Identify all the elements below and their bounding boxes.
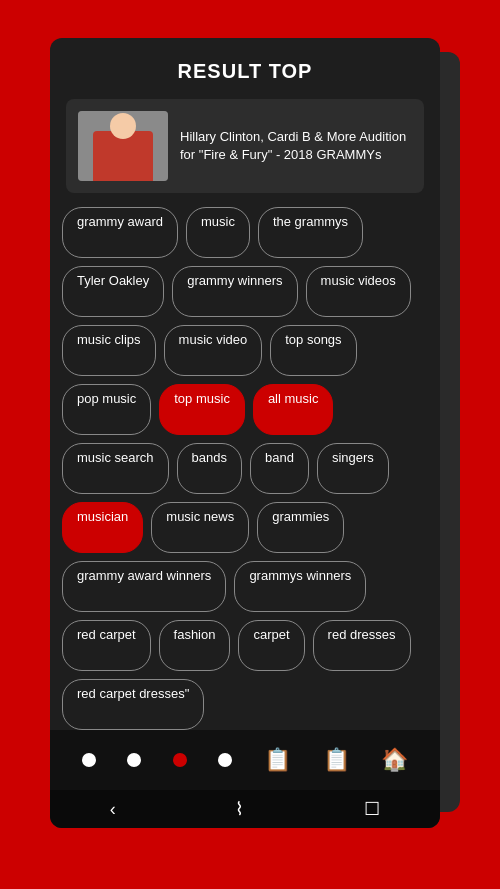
tag-all-music[interactable]: all music — [253, 384, 334, 435]
tag-red-dresses[interactable]: red dresses — [313, 620, 411, 671]
tag-music[interactable]: music — [186, 207, 250, 258]
main-card: RESULT TOP Hillary Clinton, Cardi B & Mo… — [50, 38, 440, 828]
tag-music-news[interactable]: music news — [151, 502, 249, 553]
tag-top-music[interactable]: top music — [159, 384, 245, 435]
tag-music-search[interactable]: music search — [62, 443, 169, 494]
nav-dot-2[interactable] — [127, 753, 141, 767]
nav-dot-4[interactable] — [218, 753, 232, 767]
nav-dot-1[interactable] — [82, 753, 96, 767]
tags-container: grammy awardmusicthe grammysTyler Oakley… — [50, 207, 440, 730]
tag-the-grammys[interactable]: the grammys — [258, 207, 363, 258]
nav-icon-list2[interactable]: 📋 — [323, 747, 350, 773]
tag-music-video[interactable]: music video — [164, 325, 263, 376]
tag-carpet[interactable]: carpet — [238, 620, 304, 671]
tag-red-carpet-dresses[interactable]: red carpet dresses" — [62, 679, 204, 730]
recent-button[interactable]: ☐ — [364, 798, 380, 820]
result-title: Hillary Clinton, Cardi B & More Audition… — [180, 128, 412, 164]
nav-icon-list1[interactable]: 📋 — [264, 747, 291, 773]
tag-red-carpet[interactable]: red carpet — [62, 620, 151, 671]
tag-pop-music[interactable]: pop music — [62, 384, 151, 435]
tag-grammy-award[interactable]: grammy award — [62, 207, 178, 258]
tag-top-songs[interactable]: top songs — [270, 325, 356, 376]
menu-button[interactable]: ⌇ — [235, 798, 244, 820]
tag-band[interactable]: band — [250, 443, 309, 494]
tag-music-clips[interactable]: music clips — [62, 325, 156, 376]
page-title: RESULT TOP — [50, 38, 440, 99]
nav-icon-home[interactable]: 🏠 — [381, 747, 408, 773]
system-bar: ‹ ⌇ ☐ — [50, 790, 440, 828]
bottom-navigation: 📋 📋 🏠 — [50, 730, 440, 790]
nav-dot-3[interactable] — [173, 753, 187, 767]
tag-grammy-winners[interactable]: grammy winners — [172, 266, 297, 317]
tag-singers[interactable]: singers — [317, 443, 389, 494]
tag-musician[interactable]: musician — [62, 502, 143, 553]
tag-grammy-award-winners[interactable]: grammy award winners — [62, 561, 226, 612]
thumbnail-image — [78, 111, 168, 181]
tag-Tyler-Oakley[interactable]: Tyler Oakley — [62, 266, 164, 317]
result-thumbnail — [78, 111, 168, 181]
tag-grammies[interactable]: grammies — [257, 502, 344, 553]
result-card[interactable]: Hillary Clinton, Cardi B & More Audition… — [66, 99, 424, 193]
back-button[interactable]: ‹ — [110, 799, 116, 820]
tag-music-videos[interactable]: music videos — [306, 266, 411, 317]
tag-fashion[interactable]: fashion — [159, 620, 231, 671]
tag-bands[interactable]: bands — [177, 443, 242, 494]
tag-grammys-winners[interactable]: grammys winners — [234, 561, 366, 612]
